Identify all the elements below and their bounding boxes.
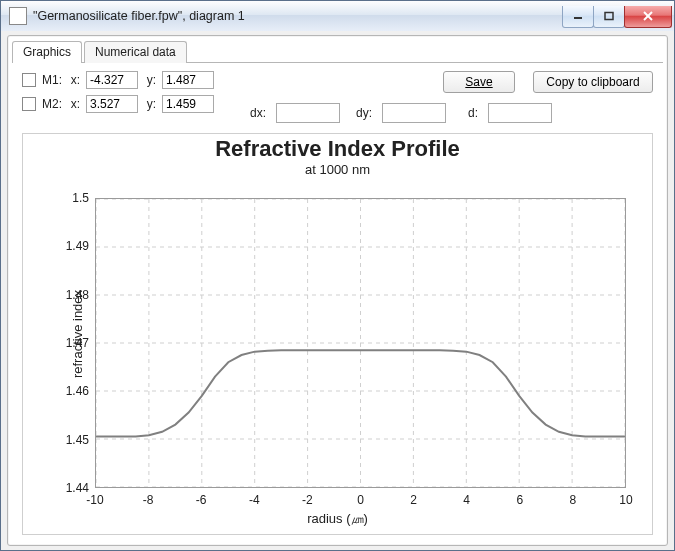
svg-text:-8: -8: [143, 493, 154, 507]
app-icon: [9, 7, 27, 25]
svg-text:1.5: 1.5: [72, 191, 89, 205]
m2-x-label: x:: [68, 97, 80, 111]
m1-checkbox[interactable]: [22, 73, 36, 87]
svg-text:0: 0: [357, 493, 364, 507]
marker1-row: M1: x: y:: [22, 71, 214, 89]
x-ticks: -10-8-6-4-20246810: [23, 488, 652, 534]
marker2-row: M2: x: y:: [22, 95, 214, 113]
minimize-button[interactable]: [562, 6, 594, 28]
save-button-label: Save: [465, 75, 492, 89]
m1-y-label: y:: [144, 73, 156, 87]
titlebar[interactable]: "Germanosilicate fiber.fpw", diagram 1: [1, 1, 674, 31]
svg-text:-4: -4: [249, 493, 260, 507]
svg-rect-1: [605, 13, 613, 20]
svg-text:-6: -6: [196, 493, 207, 507]
m2-y-label: y:: [144, 97, 156, 111]
m2-label: M2:: [42, 97, 62, 111]
tabbar: Graphics Numerical data: [8, 36, 667, 62]
m1-x-input[interactable]: [86, 71, 138, 89]
close-button[interactable]: [624, 6, 672, 28]
svg-text:1.45: 1.45: [66, 433, 90, 447]
save-button[interactable]: Save: [443, 71, 515, 93]
dx-value: [276, 103, 340, 123]
main-panel: Graphics Numerical data M1: x: y:: [7, 35, 668, 546]
svg-text:8: 8: [570, 493, 577, 507]
controls: M1: x: y: M2: x: y:: [8, 63, 667, 127]
dy-label: dy:: [350, 106, 372, 120]
client-area: Graphics Numerical data M1: x: y:: [1, 31, 674, 550]
plot-area[interactable]: [95, 198, 626, 488]
window-controls: [563, 6, 672, 27]
svg-text:1.48: 1.48: [66, 288, 90, 302]
svg-text:4: 4: [463, 493, 470, 507]
svg-text:-10: -10: [86, 493, 104, 507]
d-label: d:: [456, 106, 478, 120]
m2-x-input[interactable]: [86, 95, 138, 113]
chart-title: Refractive Index Profile: [23, 136, 652, 162]
maximize-button[interactable]: [593, 6, 625, 28]
maximize-icon: [603, 11, 615, 21]
tab-graphics[interactable]: Graphics: [12, 41, 82, 63]
copy-button[interactable]: Copy to clipboard: [533, 71, 653, 93]
app-window: "Germanosilicate fiber.fpw", diagram 1 G…: [0, 0, 675, 551]
chart: Refractive Index Profile at 1000 nm refr…: [22, 133, 653, 535]
m1-label: M1:: [42, 73, 62, 87]
m1-y-input[interactable]: [162, 71, 214, 89]
dx-label: dx:: [244, 106, 266, 120]
m2-y-input[interactable]: [162, 95, 214, 113]
close-icon: [641, 11, 655, 21]
chart-subtitle: at 1000 nm: [23, 162, 652, 177]
svg-text:1.49: 1.49: [66, 239, 90, 253]
svg-text:2: 2: [410, 493, 417, 507]
tab-numerical-label: Numerical data: [95, 45, 176, 59]
tab-graphics-label: Graphics: [23, 45, 71, 59]
plot-svg: [96, 199, 625, 487]
m2-checkbox[interactable]: [22, 97, 36, 111]
svg-text:1.47: 1.47: [66, 336, 90, 350]
m1-x-label: x:: [68, 73, 80, 87]
d-value: [488, 103, 552, 123]
y-ticks: 1.441.451.461.471.481.491.5: [23, 134, 95, 534]
copy-button-label: Copy to clipboard: [546, 75, 639, 89]
svg-text:1.46: 1.46: [66, 384, 90, 398]
window-title: "Germanosilicate fiber.fpw", diagram 1: [33, 9, 563, 23]
minimize-icon: [572, 11, 584, 21]
dy-value: [382, 103, 446, 123]
svg-text:10: 10: [619, 493, 633, 507]
svg-text:6: 6: [516, 493, 523, 507]
tab-numerical-data[interactable]: Numerical data: [84, 41, 187, 63]
button-row: Save Copy to clipboard: [443, 71, 653, 93]
delta-row: dx: dy: d:: [244, 103, 653, 123]
marker-column: M1: x: y: M2: x: y:: [22, 71, 214, 123]
svg-text:-2: -2: [302, 493, 313, 507]
